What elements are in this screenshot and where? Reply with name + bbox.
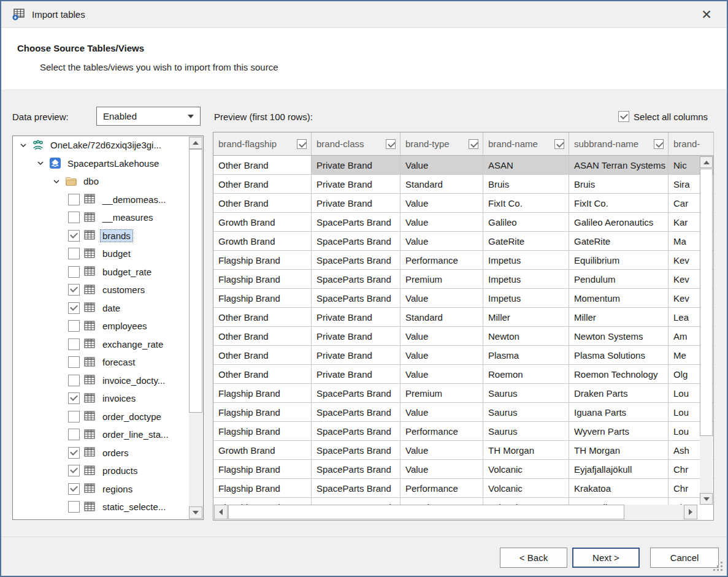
table-row[interactable]: Other BrandPrivate BrandStandardMillerMi… <box>213 308 713 327</box>
grid-vertical-scrollbar[interactable] <box>700 156 713 505</box>
tree-checkbox[interactable] <box>68 320 80 332</box>
tree-node-order_line_sta[interactable]: order_line_sta... <box>13 426 189 444</box>
tree-node-budget[interactable]: budget <box>13 245 189 263</box>
tree-node-employees[interactable]: employees <box>13 317 189 335</box>
tree-vertical-scrollbar[interactable] <box>189 137 202 519</box>
table-cell: Roemon Technology <box>569 365 669 384</box>
data-preview-dropdown[interactable]: Enabled <box>96 107 201 126</box>
scroll-up-button[interactable] <box>189 137 202 149</box>
tree-scrollbar-thumb[interactable] <box>189 149 202 413</box>
tree-node-budget_rate[interactable]: budget_rate <box>13 263 189 281</box>
tree-node-products[interactable]: products <box>13 462 189 480</box>
expander-icon[interactable] <box>52 177 61 186</box>
table-row[interactable]: Flagship BrandSpaceParts BrandValueVolca… <box>213 460 713 479</box>
tree-checkbox[interactable] <box>68 356 80 368</box>
expander-icon[interactable] <box>19 141 28 150</box>
tree-checkbox[interactable] <box>68 375 80 386</box>
tree-node-date[interactable]: date <box>13 299 189 318</box>
table-row[interactable]: Growth BrandSpaceParts BrandValueTH Morg… <box>213 441 713 460</box>
table-row[interactable]: Other BrandPrivate BrandValueASANASAN Te… <box>213 156 713 175</box>
column-checkbox[interactable] <box>297 139 307 149</box>
table-row[interactable]: Flagship BrandSpaceParts BrandPremiumImp… <box>213 270 713 289</box>
scroll-up-button[interactable] <box>700 156 713 168</box>
table-cell: Premium <box>400 270 483 289</box>
tree-checkbox[interactable] <box>68 483 80 495</box>
scroll-left-button[interactable] <box>214 505 228 519</box>
tree-node-customers[interactable]: customers <box>13 281 189 299</box>
back-button[interactable]: < Back <box>500 548 567 568</box>
table-row[interactable]: Growth BrandSpaceParts BrandValueGateRit… <box>213 232 713 251</box>
next-button[interactable]: Next > <box>572 548 640 568</box>
column-checkbox[interactable] <box>469 139 478 149</box>
tree-checkbox[interactable] <box>68 248 80 259</box>
table-row[interactable]: Flagship BrandSpaceParts BrandPremiumSau… <box>213 384 713 403</box>
select-all-columns[interactable]: Select all columns <box>618 111 708 122</box>
tree-checkbox[interactable] <box>68 501 80 513</box>
tree-checkbox[interactable] <box>68 429 80 440</box>
table-row[interactable]: Flagship BrandSpaceParts BrandPerformanc… <box>213 479 713 498</box>
table-row[interactable]: Flagship BrandSpaceParts BrandValueImpet… <box>213 289 713 308</box>
tree-node-regions[interactable]: regions <box>13 480 189 499</box>
column-header-subbrand-name[interactable]: subbrand-name <box>569 132 669 156</box>
column-checkbox[interactable] <box>654 139 664 149</box>
grid-horizontal-scrollbar[interactable] <box>214 505 697 519</box>
column-header-label: brand- <box>673 139 700 149</box>
tree-checkbox[interactable] <box>68 284 80 296</box>
scroll-down-button[interactable] <box>700 493 713 505</box>
tree-node-static_selecte[interactable]: static_selecte... <box>13 498 189 516</box>
tree-checkbox[interactable] <box>68 338 80 350</box>
table-row[interactable]: Other BrandPrivate BrandValuePlasmaPlasm… <box>213 346 713 365</box>
table-row[interactable]: Other BrandPrivate BrandValueRoemonRoemo… <box>213 365 713 384</box>
table-row[interactable]: Growth BrandSpaceParts BrandValueGalileo… <box>213 213 713 232</box>
tree-node-dbo[interactable]: dbo <box>13 172 189 191</box>
table-cell: Impetus <box>483 270 569 289</box>
tree-node-brands[interactable]: brands <box>13 227 189 245</box>
table-cell: Krakatoa <box>569 479 669 498</box>
grid-hscrollbar-thumb[interactable] <box>228 505 624 519</box>
tree-node-onelake72d6zxiq3ije3gi[interactable]: OneLake/72d6zxiq3ije3gi... <box>13 136 189 155</box>
table-row[interactable]: Flagship BrandSpaceParts BrandPerformanc… <box>213 251 713 270</box>
tree-checkbox[interactable] <box>68 194 80 205</box>
table-row[interactable]: Other BrandPrivate BrandValueNewtonNewto… <box>213 327 713 346</box>
column-header-brand-flagship[interactable]: brand-flagship <box>213 132 312 156</box>
table-cell: Impetus <box>483 289 569 308</box>
grid-vscrollbar-thumb[interactable] <box>700 169 713 436</box>
column-checkbox[interactable] <box>386 139 396 149</box>
scroll-down-button[interactable] <box>189 506 202 519</box>
column-header-brand-type[interactable]: brand-type <box>400 132 483 156</box>
tree-node-forecast[interactable]: forecast <box>13 353 189 372</box>
close-icon[interactable]: ✕ <box>692 1 721 28</box>
column-header-brand-class[interactable]: brand-class <box>312 132 400 156</box>
tree-node-__demomeas[interactable]: __demomeas... <box>13 191 189 209</box>
column-header-brand-[interactable]: brand- <box>669 132 714 156</box>
tree-node-invoice_docty[interactable]: invoice_docty... <box>13 372 189 390</box>
resize-grip-icon[interactable] <box>713 562 723 573</box>
column-header-brand-name[interactable]: brand-name <box>483 132 569 156</box>
tree-checkbox[interactable] <box>68 266 80 278</box>
tree-checkbox[interactable] <box>68 230 80 242</box>
tree-node-orders[interactable]: orders <box>13 444 189 462</box>
tree-node-__measures[interactable]: __measures <box>13 208 189 227</box>
tree-checkbox[interactable] <box>68 392 80 404</box>
tree-node-exchange_rate[interactable]: exchange_rate <box>13 335 189 354</box>
tree-node-spacepartslakehouse[interactable]: SpacepartsLakehouse <box>13 155 189 173</box>
tree-node-invoices[interactable]: invoices <box>13 389 189 408</box>
table-row[interactable]: Flagship BrandSpaceParts BrandValueSauru… <box>213 403 713 422</box>
column-checkbox[interactable] <box>554 139 564 149</box>
tree-checkbox[interactable] <box>68 447 80 459</box>
tree-checkbox[interactable] <box>68 411 80 422</box>
tree-checkbox[interactable] <box>68 212 80 223</box>
tree-node-order_doctype[interactable]: order_doctype <box>13 408 189 426</box>
tree-node-partial[interactable] <box>13 516 189 520</box>
cancel-button[interactable]: Cancel <box>650 548 719 568</box>
tree-checkbox[interactable] <box>68 302 80 314</box>
tree-checkbox[interactable] <box>68 465 80 476</box>
table-row[interactable]: Flagship BrandSpaceParts BrandPerformanc… <box>213 422 713 441</box>
table-cell: Value <box>400 441 483 460</box>
table-row[interactable]: Other BrandPrivate BrandStandardBruisBru… <box>213 175 713 194</box>
select-all-checkbox[interactable] <box>618 111 629 122</box>
tree-node-label: order_doctype <box>101 411 163 422</box>
table-row[interactable]: Other BrandPrivate BrandValueFixIt Co.Fi… <box>213 194 713 213</box>
expander-icon[interactable] <box>36 159 45 167</box>
scroll-right-button[interactable] <box>684 505 697 519</box>
